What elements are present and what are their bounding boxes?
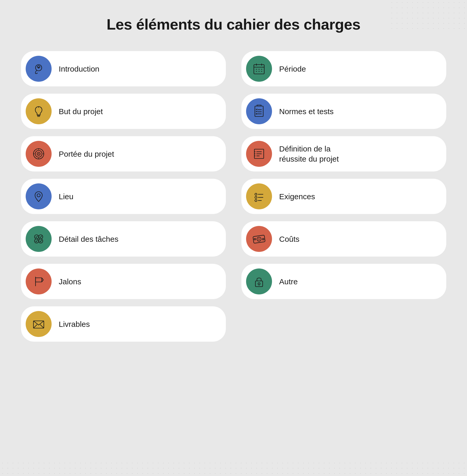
svg-point-50	[254, 238, 256, 240]
svg-point-29	[38, 153, 39, 154]
list-item: Exigences	[241, 179, 446, 214]
svg-line-60	[40, 325, 44, 328]
list-item: $ Coûts	[241, 221, 446, 257]
svg-rect-55	[255, 281, 263, 287]
page-title: Les éléments du cahier des charges	[21, 16, 446, 33]
svg-point-56	[258, 283, 260, 285]
icon-jalons	[26, 268, 52, 294]
item-label-portee: Portée du projet	[59, 149, 114, 159]
item-label-periode: Période	[279, 64, 306, 74]
list-item: Détail des tâches	[21, 221, 226, 257]
icon-portee-du-projet	[26, 141, 52, 167]
item-label-but: But du projet	[59, 106, 103, 116]
svg-point-40	[255, 199, 257, 202]
item-label-definition: Définition de la réussite du projet	[279, 144, 339, 164]
item-label-lieu: Lieu	[59, 191, 74, 202]
item-label-normes: Normes et tests	[279, 106, 334, 116]
icon-autre	[246, 268, 272, 294]
dot-pattern-top	[389, 0, 467, 31]
svg-rect-54	[36, 278, 42, 282]
svg-point-51	[262, 238, 264, 240]
icon-exigences	[246, 183, 272, 209]
icon-couts: $	[246, 226, 272, 252]
item-label-couts: Coûts	[279, 234, 299, 244]
items-grid: Introduction Période	[21, 51, 446, 342]
icon-definition-reussite	[246, 141, 272, 167]
item-label-exigences: Exigences	[279, 191, 315, 202]
icon-normes-et-tests	[246, 98, 272, 124]
dot-pattern-bottom	[0, 460, 467, 476]
item-label-livrables: Livrables	[59, 319, 90, 329]
icon-detail-des-taches	[26, 226, 52, 252]
item-label-introduction: Introduction	[59, 64, 100, 74]
list-item: Lieu	[21, 179, 226, 214]
item-label-autre: Autre	[279, 277, 298, 287]
svg-point-37	[37, 194, 40, 197]
icon-but-du-projet	[26, 98, 52, 124]
svg-text:$: $	[258, 238, 260, 241]
icon-introduction	[26, 56, 52, 82]
item-label-detail: Détail des tâches	[59, 234, 119, 244]
list-item: Définition de la réussite du projet	[241, 136, 446, 171]
svg-point-39	[255, 196, 257, 198]
svg-point-38	[255, 193, 257, 195]
list-item: Introduction	[21, 51, 226, 86]
list-item: Livrables	[21, 306, 226, 342]
list-item: Autre	[241, 264, 446, 299]
icon-livrables	[26, 311, 52, 337]
svg-point-1	[38, 67, 39, 68]
list-item: Portée du projet	[21, 136, 226, 171]
svg-line-59	[33, 325, 37, 328]
page-container: Les éléments du cahier des charges Intro…	[21, 16, 446, 342]
list-item: But du projet	[21, 94, 226, 129]
icon-periode	[246, 56, 272, 82]
list-item: Période	[241, 51, 446, 86]
list-item: Normes et tests	[241, 94, 446, 129]
icon-lieu	[26, 183, 52, 209]
item-label-jalons: Jalons	[59, 277, 81, 287]
list-item: Jalons	[21, 264, 226, 299]
